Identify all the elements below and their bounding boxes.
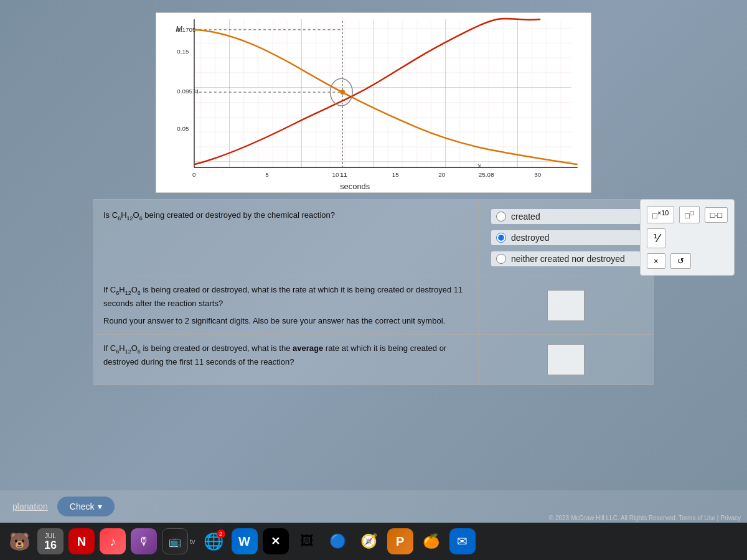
question1-left: Is C6H12O6 being created or destroyed by… [94, 200, 479, 276]
taskbar-browser[interactable]: 🌐 2 [200, 528, 227, 554]
question2-left: If C6H12O6 is being created or destroyed… [94, 276, 479, 334]
taskbar-word[interactable]: W [232, 528, 258, 554]
explanation-button[interactable]: planation [12, 502, 48, 511]
question3-right [479, 335, 653, 385]
radio-neither[interactable] [496, 254, 506, 264]
graph-container: M 0.1705 0.15 0.09571 0.05 0 5 10 11 15 … [156, 12, 591, 193]
math-btn-undo[interactable]: ↺ [670, 253, 691, 269]
taskbar-x[interactable]: ✕ [263, 528, 289, 554]
question3-bold: average [293, 343, 323, 353]
y-val-005: 0.05 [177, 125, 189, 132]
taskbar-tv[interactable]: 📺 [162, 528, 188, 554]
question1-right: created destroyed neither created nor de… [479, 200, 653, 276]
math-toolbar: □×10 □□ □·□ ⅟ × ↺ [640, 199, 735, 276]
svg-text:20: 20 [438, 171, 446, 178]
taskbar: 🐻 JUL 16 N ♪ 🎙 📺 tv 🌐 2 W ✕ 🖼 🔵 🧭 P 🍊 ✉ [0, 523, 747, 560]
option-destroyed[interactable]: destroyed [491, 230, 641, 245]
question1-row: Is C6H12O6 being created or destroyed by… [93, 199, 654, 276]
check-label: Check [70, 502, 95, 511]
taskbar-month: JUL [45, 533, 56, 539]
svg-text:×: × [477, 162, 482, 170]
taskbar-chrome[interactable]: 🔵 [325, 528, 351, 554]
math-toolbar-row3: × ↺ [647, 253, 728, 269]
question3-left: If C6H12O6 is being created or destroyed… [94, 335, 479, 385]
math-btn-frac[interactable]: ⅟ [647, 228, 665, 248]
math-toolbar-row2: ⅟ [647, 228, 728, 248]
math-btn-sq[interactable]: □□ [679, 206, 699, 223]
taskbar-papp[interactable]: P [387, 528, 413, 554]
taskbar-music[interactable]: ♪ [100, 528, 126, 554]
x-axis-label: seconds [340, 182, 370, 191]
answer-box-q2[interactable] [547, 290, 585, 321]
check-icon: ▾ [98, 502, 102, 511]
taskbar-news[interactable]: N [68, 528, 95, 554]
label-created: created [511, 212, 540, 222]
option-neither[interactable]: neither created nor destroyed [491, 251, 641, 266]
option-created[interactable]: created [491, 209, 641, 224]
copyright-text: © 2023 McGraw Hill LLC. All Rights Reser… [549, 515, 741, 521]
svg-text:10: 10 [332, 171, 339, 178]
answer-box-q3[interactable] [547, 344, 585, 375]
svg-text:5: 5 [265, 171, 269, 178]
questions-wrapper: Is C6H12O6 being created or destroyed by… [93, 199, 654, 385]
taskbar-mail[interactable]: ✉ [449, 528, 476, 554]
tv-label: tv [190, 538, 195, 545]
math-toolbar-row1: □×10 □□ □·□ [647, 206, 728, 223]
label-destroyed: destroyed [511, 233, 549, 243]
question2-note: Round your answer to 2 significant digit… [103, 315, 469, 327]
svg-text:25.08: 25.08 [479, 171, 494, 178]
svg-text:0: 0 [192, 171, 196, 178]
label-neither: neither created nor destroyed [511, 254, 625, 264]
taskbar-store[interactable]: 🍊 [418, 528, 444, 554]
svg-text:11: 11 [340, 171, 347, 178]
taskbar-finder[interactable]: 🐻 [6, 528, 32, 554]
y-val-0175: 0.1705 [177, 26, 196, 33]
math-btn-dot[interactable]: □·□ [705, 207, 728, 223]
question2-row: If C6H12O6 is being created or destroyed… [93, 276, 654, 335]
taskbar-calendar[interactable]: JUL 16 [37, 528, 63, 554]
question1-container: Is C6H12O6 being created or destroyed by… [93, 199, 654, 385]
svg-point-17 [340, 90, 345, 95]
taskbar-badge: 2 [217, 530, 225, 538]
math-btn-x10[interactable]: □×10 [647, 206, 674, 223]
svg-text:30: 30 [534, 171, 542, 178]
y-val-015: 0.15 [177, 48, 189, 55]
taskbar-podcasts[interactable]: 🎙 [131, 528, 157, 554]
question1-text: Is C6H12O6 being created or destroyed by… [103, 209, 469, 223]
graph-svg: M 0.1705 0.15 0.09571 0.05 0 5 10 11 15 … [156, 13, 591, 192]
taskbar-compass[interactable]: 🧭 [356, 528, 382, 554]
explanation-label: planation [12, 502, 48, 511]
math-btn-clear[interactable]: × [647, 253, 665, 269]
question2-text: If C6H12O6 is being created or destroyed… [103, 284, 469, 310]
main-content: M 0.1705 0.15 0.09571 0.05 0 5 10 11 15 … [0, 0, 747, 523]
y-val-00957: 0.09571 [177, 88, 199, 95]
question3-row: If C6H12O6 is being created or destroyed… [93, 335, 654, 385]
svg-text:15: 15 [392, 171, 400, 178]
question3-text: If C6H12O6 is being created or destroyed… [103, 342, 469, 368]
taskbar-day: 16 [44, 539, 57, 551]
question2-right [479, 276, 653, 334]
radio-destroyed[interactable] [496, 233, 506, 243]
copyright-bar: © 2023 McGraw Hill LLC. All Rights Reser… [549, 515, 741, 521]
taskbar-photos[interactable]: 🖼 [294, 528, 320, 554]
radio-created[interactable] [496, 212, 506, 222]
svg-rect-2 [194, 19, 571, 167]
check-button[interactable]: Check ▾ [57, 497, 115, 516]
